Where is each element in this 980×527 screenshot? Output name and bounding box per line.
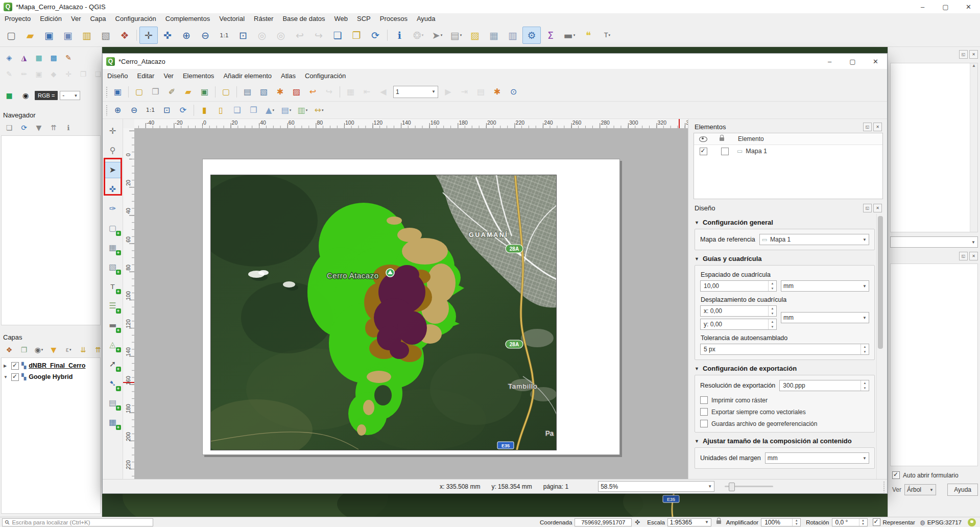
copy-features-button[interactable]: ❐ [76, 67, 90, 81]
menu-ver[interactable]: Ver [159, 70, 178, 81]
menu-scp[interactable]: SCP [352, 13, 375, 24]
filter-expression-button[interactable]: ε▾ [61, 343, 76, 356]
layout-zoom-out-button[interactable]: ⊖ [126, 103, 142, 117]
grid-offset-y-spinner[interactable]: y: 0,00 ▲▼ [700, 319, 777, 330]
add-attribute-table-tool[interactable]: ▦+ [105, 414, 121, 430]
render-checkbox[interactable] [873, 518, 880, 526]
atlas-last-button[interactable]: ⇥ [457, 84, 472, 99]
distribute-items-button[interactable]: ▥▾ [295, 103, 310, 117]
main-maximize-button[interactable]: ▢ [934, 0, 957, 13]
auto-open-form-checkbox[interactable] [892, 471, 900, 479]
lock-scale-icon[interactable] [716, 520, 721, 524]
main-close-button[interactable]: ✕ [957, 0, 980, 13]
text-annotation-button[interactable]: T▾ [598, 27, 616, 44]
export-resolution-spinner[interactable]: 300.ppp ▲▼ [779, 380, 869, 391]
pan-layout-tool[interactable]: ✛ [105, 123, 121, 139]
menu-ráster[interactable]: Ráster [249, 13, 278, 24]
deselect-features-button[interactable]: ▤▾ [447, 27, 465, 44]
identify-results-area[interactable]: ▲ [890, 63, 978, 232]
save-project-button[interactable]: ▣ [40, 27, 58, 44]
zoom-to-selection-button[interactable]: ◎ [253, 27, 271, 44]
open-attribute-table-button[interactable]: ▦ [485, 27, 503, 44]
grid-offset-unit-combo[interactable]: mm▼ [781, 312, 869, 323]
menu-complementos[interactable]: Complementos [161, 13, 214, 24]
export-atlas-button[interactable]: ✱ [489, 84, 505, 99]
browser-add-favorite-button[interactable]: ❏ [2, 121, 16, 134]
add-picture-tool[interactable]: ▧+ [105, 259, 121, 275]
undo-button[interactable]: ↩ [305, 84, 321, 99]
zoom-full-button[interactable]: ⊡ [234, 27, 252, 44]
save-template-button[interactable]: ▥ [78, 27, 96, 44]
section-general[interactable]: ▼ Configuración general [695, 219, 875, 226]
refresh-map-button[interactable]: ⟳ [366, 27, 385, 44]
scrollbar[interactable]: ▲ [970, 63, 977, 232]
new-shapefile-button[interactable]: ✎ [61, 51, 76, 64]
new-layout-button[interactable]: ▢ [131, 84, 147, 99]
expand-all-button[interactable]: ⇊ [76, 343, 90, 356]
panel-close-button[interactable]: ✕ [873, 204, 882, 212]
item-lock-checkbox[interactable] [721, 148, 729, 155]
print-atlas-button[interactable]: ▤ [473, 84, 489, 99]
resize-items-button[interactable]: ↔▾ [311, 103, 327, 117]
statistical-summary-button[interactable]: ▥ [504, 27, 522, 44]
lock-items-button[interactable]: ▮ [197, 103, 212, 117]
zoom-slider[interactable] [725, 486, 773, 487]
zoom-last-button[interactable]: ↩ [291, 27, 309, 44]
margin-units-combo[interactable]: mm▼ [765, 452, 869, 464]
reference-map-combo[interactable]: ▭ Mapa 1▼ [759, 234, 869, 245]
browser-tree[interactable] [1, 135, 101, 325]
add-scalebar-tool[interactable]: ▬+ [105, 317, 121, 333]
browser-properties-button[interactable]: ℹ [61, 121, 76, 134]
menu-editar[interactable]: Editar [132, 70, 159, 81]
identify-expression-combo[interactable]: ▼ [890, 236, 978, 248]
add-group-button[interactable]: ❐ [17, 343, 31, 356]
help-button[interactable]: Ayuda [947, 484, 978, 496]
add-raster-layer-button[interactable]: ▦ [32, 51, 46, 64]
browser-collapse-button[interactable]: ⇈ [46, 121, 61, 134]
locator-input[interactable]: ⚲ Escriba para localizar (Ctrl+K) [2, 518, 153, 526]
composer-close-button[interactable]: ✕ [864, 54, 887, 69]
print-layout-button[interactable]: ▤ [240, 84, 255, 99]
crs-label[interactable]: EPSG:32717 [927, 519, 962, 525]
add-label-tool[interactable]: T+ [105, 278, 121, 295]
layer-visibility-checkbox[interactable] [11, 373, 19, 381]
identify-feature-area[interactable] [890, 264, 978, 466]
composer-minimize-button[interactable]: – [818, 54, 841, 69]
identify-features-button[interactable]: ℹ [390, 27, 409, 44]
menu-elementos[interactable]: Elementos [178, 70, 219, 81]
panel-close-button[interactable]: ✕ [873, 123, 882, 131]
save-project-as-button[interactable]: ▣ [59, 27, 77, 44]
unlock-items-button[interactable]: ▯ [213, 103, 229, 117]
group-items-button[interactable]: ❑ [229, 103, 245, 117]
page-number-combo[interactable]: 1▼ [393, 86, 438, 98]
resize-grip[interactable] [883, 481, 885, 492]
menu-ver[interactable]: Ver [66, 13, 86, 24]
menu-base-de-datos[interactable]: Base de datos [278, 13, 329, 24]
zoom-next-button[interactable]: ↪ [309, 27, 328, 44]
select-features-button[interactable]: ➤▾ [428, 27, 446, 44]
menu-añadir-elemento[interactable]: Añadir elemento [219, 70, 276, 81]
layout-zoom-native-button[interactable]: 1:1 [142, 103, 158, 117]
browser-refresh-button[interactable]: ⟳ [17, 121, 31, 134]
scp-rgb-combo[interactable]: -▼ [60, 91, 80, 100]
expander-icon[interactable]: ▶ [4, 364, 9, 368]
raise-items-button[interactable]: ▲▾ [262, 103, 278, 117]
add-feature-button[interactable]: ◆ [46, 67, 61, 81]
print-as-raster-checkbox[interactable] [700, 396, 708, 404]
export-svg-button[interactable]: ✱ [272, 84, 288, 99]
layer-name[interactable]: Google Hybrid [29, 373, 73, 380]
add-html-tool[interactable]: ▤+ [105, 395, 121, 411]
grid-offset-x-spinner[interactable]: x: 0,00 ▲▼ [700, 305, 777, 317]
panel-float-button[interactable]: ◱ [959, 252, 968, 260]
current-edits-button[interactable]: ✎ [2, 67, 16, 81]
show-bookmarks-button[interactable]: ❐ [347, 27, 366, 44]
manage-map-themes-button[interactable]: ◉▾ [32, 343, 46, 356]
save-as-template-button[interactable]: ▣ [197, 84, 212, 99]
zoom-layout-tool[interactable]: ⚲ [105, 142, 121, 159]
view-mode-combo[interactable]: Árbol▼ [904, 484, 936, 495]
processing-toolbox-button[interactable]: ⚙ [522, 27, 541, 44]
menu-capa[interactable]: Capa [85, 13, 110, 24]
map-item[interactable]: Cerro Atacazo GUAMANÍ Tambillo Pa 28A 28… [210, 175, 557, 450]
menu-vectorial[interactable]: Vectorial [214, 13, 249, 24]
save-edits-button[interactable]: ▣ [32, 67, 46, 81]
